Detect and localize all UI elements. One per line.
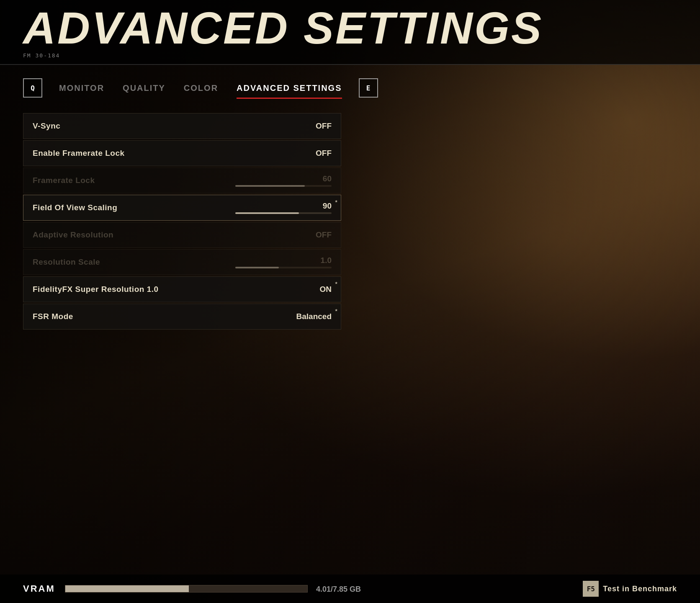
setting-resolution-scale-value: 1.0 (321, 256, 332, 265)
vram-label: VRAM (23, 583, 57, 594)
tab-advanced-settings[interactable]: ADVANCED SETTINGS (227, 79, 351, 97)
vram-value: 4.01/7.85 GB (316, 583, 361, 594)
setting-vsync-value: OFF (316, 121, 332, 131)
setting-framerate-lock-value: 60 (323, 174, 332, 183)
setting-vsync-right: OFF (248, 121, 332, 131)
setting-fov-slider-fill (235, 212, 299, 214)
setting-framerate-lock-enable-value: OFF (316, 149, 332, 158)
setting-fsr-mode-asterisk: * (335, 307, 337, 314)
vram-separator: /7.85 GB (331, 585, 361, 593)
setting-vsync[interactable]: V-Sync OFF (23, 113, 341, 139)
setting-framerate-lock-slider (235, 185, 332, 187)
vram-progress-track (65, 585, 308, 593)
setting-framerate-lock-enable-label: Enable Framerate Lock (33, 149, 125, 158)
tab-monitor[interactable]: MONITOR (50, 79, 113, 97)
header-bar: ADVANCED SETTINGS FM 30-184 (0, 0, 700, 65)
settings-panel: V-Sync OFF Enable Framerate Lock OFF Fra… (23, 113, 341, 331)
setting-fsr[interactable]: * FidelityFX Super Resolution 1.0 ON (23, 276, 341, 302)
setting-framerate-lock: Framerate Lock 60 (23, 168, 341, 193)
benchmark-label: Test in Benchmark (603, 585, 677, 593)
vram-bar-container: VRAM 4.01/7.85 GB F5 Test in Benchmark (0, 575, 700, 603)
setting-framerate-lock-right: 60 (235, 174, 332, 187)
setting-fov-label: Field Of View Scaling (33, 203, 117, 212)
page-title: ADVANCED SETTINGS (23, 5, 677, 51)
setting-fsr-mode-value: Balanced (296, 312, 332, 321)
setting-vsync-label: V-Sync (33, 121, 60, 131)
setting-fov[interactable]: * Field Of View Scaling 90 (23, 195, 341, 221)
setting-framerate-lock-label: Framerate Lock (33, 176, 95, 185)
subtitle: FM 30-184 (23, 52, 677, 59)
setting-adaptive-resolution: Adaptive Resolution OFF (23, 222, 341, 248)
setting-resolution-scale-slider (235, 267, 332, 268)
setting-fov-slider[interactable] (235, 212, 332, 214)
setting-adaptive-resolution-label: Adaptive Resolution (33, 230, 113, 240)
setting-fsr-right: ON (248, 285, 332, 294)
setting-resolution-scale: Resolution Scale 1.0 (23, 249, 341, 275)
setting-resolution-scale-right: 1.0 (235, 256, 332, 268)
nav-tabs: Q MONITOR QUALITY COLOR ADVANCED SETTING… (23, 69, 677, 105)
setting-fov-right: 90 (235, 201, 332, 214)
setting-adaptive-resolution-value: OFF (316, 230, 332, 240)
setting-framerate-lock-slider-fill (235, 185, 305, 187)
setting-fsr-asterisk: * (335, 280, 337, 287)
nav-icon-q[interactable]: Q (23, 78, 42, 98)
vram-progress-fill (65, 585, 189, 592)
tab-quality[interactable]: QUALITY (113, 79, 175, 97)
setting-resolution-scale-slider-fill (235, 267, 279, 268)
setting-fsr-mode-right: Balanced (248, 312, 332, 321)
setting-framerate-lock-enable-right: OFF (248, 149, 332, 158)
setting-fsr-value: ON (320, 285, 332, 294)
nav-icon-e[interactable]: E (359, 78, 378, 98)
setting-fsr-mode-label: FSR Mode (33, 312, 73, 321)
setting-resolution-scale-label: Resolution Scale (33, 258, 100, 267)
setting-framerate-lock-enable[interactable]: Enable Framerate Lock OFF (23, 140, 341, 166)
setting-fov-value: 90 (323, 201, 332, 211)
f5-key: F5 (583, 581, 599, 597)
setting-adaptive-resolution-right: OFF (248, 230, 332, 240)
setting-fsr-label: FidelityFX Super Resolution 1.0 (33, 285, 159, 294)
vram-used: 4.01 (316, 585, 331, 593)
benchmark-button[interactable]: F5 Test in Benchmark (583, 581, 677, 597)
setting-fov-asterisk: * (335, 198, 337, 206)
setting-fsr-mode[interactable]: * FSR Mode Balanced (23, 304, 341, 330)
tab-color[interactable]: COLOR (175, 79, 227, 97)
